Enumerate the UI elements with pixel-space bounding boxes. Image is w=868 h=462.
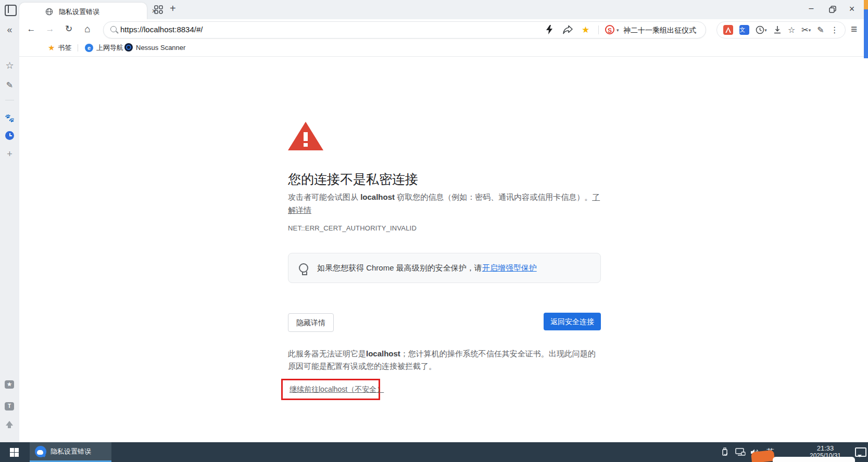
bookmark-star-icon[interactable]: ★ <box>582 24 589 35</box>
taskbar-time: 21:33 <box>797 444 854 452</box>
bookmarks-divider <box>78 44 78 52</box>
host-name: localhost <box>360 192 395 201</box>
back-to-top-icon[interactable] <box>6 421 13 426</box>
restore-button[interactable] <box>829 6 836 13</box>
browser-tab[interactable]: 隐私设置错误 × <box>19 3 147 19</box>
hotword-suggestion[interactable]: 神二十一乘组出征仪式 <box>623 26 696 35</box>
navigation-site-icon: e <box>85 44 93 52</box>
sidebar-collection-icon[interactable]: ★ <box>5 380 14 389</box>
globe-icon <box>45 8 53 16</box>
proceed-unsafe-link[interactable]: 继续前往localhost（不安全） <box>290 385 384 394</box>
enhanced-protection-banner: 如果您想获得 Chrome 最高级别的安全保护，请开启增强型保护 <box>288 253 601 283</box>
enhanced-protection-link[interactable]: 开启增强型保护 <box>482 263 537 272</box>
start-button[interactable] <box>10 448 19 457</box>
reload-button[interactable]: ↻ <box>62 23 75 35</box>
omnibox-divider <box>598 25 599 34</box>
sidebar-paw-icon[interactable]: 🐾 <box>0 113 19 123</box>
sidebar-toolbox-icon[interactable]: T <box>5 402 14 410</box>
download-icon[interactable] <box>773 25 782 34</box>
host-name: localhost <box>366 349 400 358</box>
left-sidebar: « ☆ ✎ 🐾 + ★ T <box>0 19 19 442</box>
translate-extension-icon[interactable]: 文 <box>739 25 749 35</box>
error-code: NET::ERR_CERT_AUTHORITY_INVALID <box>288 224 417 232</box>
banner-text-prefix: 如果您想获得 Chrome 最高级别的安全保护，请 <box>317 263 482 272</box>
url-text[interactable]: https://localhost:8834/#/ <box>120 25 203 34</box>
screenshot-scissors-icon[interactable]: ✂ ▾ <box>801 25 811 35</box>
details-text: 此服务器无法证明它是 <box>288 349 366 358</box>
back-button[interactable]: ← <box>25 23 37 35</box>
sidebar-history-clock-icon[interactable] <box>5 131 14 140</box>
search-engine-caret-icon[interactable]: ▾ <box>617 28 619 33</box>
nessus-icon <box>124 43 133 52</box>
annotate-pen-icon[interactable]: ✎ <box>817 25 824 35</box>
bookmark-item-navigation[interactable]: e 上网导航 <box>85 43 123 53</box>
bookmark-star-icon: ★ <box>48 43 55 53</box>
sidebar-toggle-icon[interactable] <box>5 5 17 16</box>
sidebar-favorites-icon[interactable]: ☆ <box>0 60 19 71</box>
forward-button[interactable]: → <box>44 23 56 35</box>
bookmarks-bar: ★ 书签 e 上网导航 Nessus Scanner <box>19 40 868 57</box>
tab-manager-icon[interactable] <box>154 5 163 14</box>
notification-center-icon[interactable] <box>855 442 866 462</box>
browser-menu-icon[interactable]: ≡ <box>851 23 857 35</box>
error-description-text: 攻击者可能会试图从 <box>288 192 360 201</box>
error-details: 此服务器无法证明它是localhost；您计算机的操作系统不信任其安全证书。出现… <box>288 348 601 373</box>
search-icon <box>110 26 117 32</box>
new-tab-button[interactable]: + <box>170 3 176 15</box>
lightbulb-icon <box>299 263 308 273</box>
extensions-bar: 文 ▾ ☆ ✂ ▾ ✎ ⋮ <box>716 21 846 38</box>
share-icon[interactable] <box>563 25 573 34</box>
extensions-overflow-icon[interactable]: ⋮ <box>831 25 839 35</box>
tab-title: 隐私设置错误 <box>59 7 99 17</box>
error-description-text: 窃取您的信息（例如：密码、通讯内容或信用卡信息）。 <box>395 192 592 201</box>
toast-bar[interactable] <box>773 457 855 462</box>
browser-app-icon <box>35 446 46 457</box>
sidebar-add-icon[interactable]: + <box>0 149 19 160</box>
taskbar: 隐私设置错误 英 21:33 2025/10/31 <box>0 442 868 462</box>
toast-app-icon[interactable] <box>751 450 775 462</box>
quick-action-icon[interactable] <box>545 25 553 34</box>
hide-details-button[interactable]: 隐藏详情 <box>288 313 334 332</box>
error-description: 攻击者可能会试图从 localhost 窃取您的信息（例如：密码、通讯内容或信用… <box>288 190 601 216</box>
sidebar-notes-icon[interactable]: ✎ <box>0 80 19 90</box>
sidebar-divider <box>5 100 14 100</box>
bookmark-item-nessus[interactable]: Nessus Scanner <box>124 43 185 52</box>
history-icon[interactable]: ▾ <box>756 25 767 34</box>
edge-widget-orange <box>864 0 868 9</box>
bookmark-item-bookmarks[interactable]: ★ 书签 <box>48 43 71 53</box>
network-tray-icon[interactable] <box>735 442 746 462</box>
bookmark-label: 书签 <box>58 43 71 53</box>
search-engine-icon[interactable]: S <box>605 25 614 34</box>
close-window-button[interactable]: × <box>846 4 858 15</box>
error-page <box>19 57 868 442</box>
screen: 隐私设置错误 × + – × ← → ↻ ⌂ https://localhost… <box>0 0 868 462</box>
edge-widget-blue <box>864 9 868 58</box>
address-bar[interactable]: https://localhost:8834/#/ ★ S ▾ 神二十一乘组出征… <box>103 21 706 38</box>
taskbar-task-label: 隐私设置错误 <box>51 447 91 456</box>
bookmark-label: 上网导航 <box>96 43 123 53</box>
usb-tray-icon[interactable] <box>721 442 728 462</box>
minimize-button[interactable]: – <box>805 4 817 13</box>
back-to-safety-button[interactable]: 返回安全连接 <box>544 313 601 330</box>
error-title: 您的连接不是私密连接 <box>288 171 418 188</box>
bookmark-label: Nessus Scanner <box>136 44 185 52</box>
taskbar-active-task[interactable]: 隐私设置错误 <box>30 442 111 462</box>
home-button[interactable]: ⌂ <box>81 23 94 35</box>
collapse-sidebar-icon[interactable]: « <box>0 24 19 35</box>
pdf-extension-icon[interactable] <box>723 25 733 35</box>
tab-strip: 隐私设置错误 × + – × <box>0 0 868 19</box>
banner-text: 如果您想获得 Chrome 最高级别的安全保护，请开启增强型保护 <box>317 263 537 273</box>
favorites-icon[interactable]: ☆ <box>788 25 795 35</box>
